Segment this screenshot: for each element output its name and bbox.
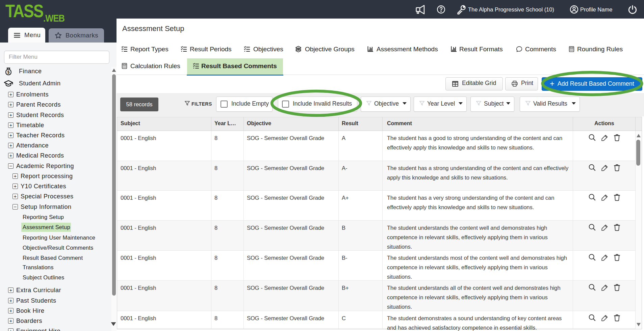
svg-text:$: $ xyxy=(7,70,10,75)
